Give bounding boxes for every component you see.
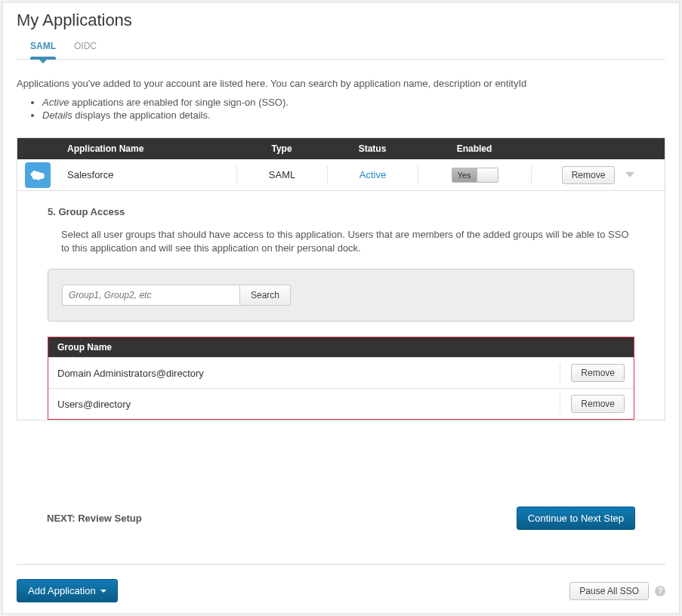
help-icon[interactable]: ? [655, 586, 665, 596]
remove-application-button[interactable]: Remove [562, 166, 616, 184]
chevron-down-icon [100, 590, 106, 593]
group-name: Users@directory [57, 399, 131, 410]
step-title: 5. Group Access [48, 206, 634, 217]
intro-text: Applications you've added to your accoun… [17, 78, 665, 89]
app-name: Salesforce [63, 169, 236, 180]
tab-saml[interactable]: SAML [30, 36, 56, 59]
page-title: My Applications [3, 3, 679, 36]
group-table: Group Name Domain Administrators@directo… [48, 337, 634, 420]
add-application-button[interactable]: Add Application [17, 579, 118, 602]
intro-bullet: Details displays the application details… [42, 109, 665, 121]
enabled-toggle[interactable]: Yes [452, 168, 498, 183]
remove-group-button[interactable]: Remove [571, 395, 625, 413]
step-group-access: 5. Group Access Select all user groups t… [17, 191, 665, 420]
application-row: Salesforce SAML Active Yes Remove [17, 159, 665, 191]
applications-header-row: Application Name Type Status Enabled [17, 138, 665, 159]
col-header-type: Type [236, 143, 327, 154]
expand-row-icon[interactable] [625, 172, 634, 177]
col-header-enabled: Enabled [418, 143, 531, 154]
group-row: Users@directory Remove [48, 388, 634, 419]
applications-panel: Application Name Type Status Enabled Sal… [17, 137, 665, 420]
intro-bullet: Active applications are enabled for sing… [42, 97, 665, 108]
col-header-name: Application Name [63, 143, 236, 154]
tabs: SAML OIDC [17, 36, 665, 60]
app-status-link[interactable]: Active [360, 169, 386, 180]
group-search-container: Search [48, 269, 634, 322]
step-description: Select all user groups that should have … [48, 228, 634, 269]
continue-button[interactable]: Continue to Next Step [517, 507, 635, 530]
group-table-header: Group Name [48, 337, 634, 357]
app-type: SAML [236, 166, 327, 184]
group-name: Domain Administrators@directory [57, 368, 204, 379]
page-footer: Add Application Pause All SSO ? [17, 579, 665, 602]
next-step-label: NEXT: Review Setup [47, 513, 142, 524]
col-header-status: Status [327, 143, 418, 154]
group-search-input[interactable] [62, 285, 239, 306]
group-search-button[interactable]: Search [239, 285, 291, 306]
intro: Applications you've added to your accoun… [3, 60, 679, 130]
salesforce-icon [25, 162, 51, 188]
remove-group-button[interactable]: Remove [571, 364, 625, 382]
group-row: Domain Administrators@directory Remove [48, 357, 634, 388]
tab-oidc[interactable]: OIDC [74, 36, 97, 59]
pause-all-sso-button[interactable]: Pause All SSO [569, 582, 649, 600]
step-footer: NEXT: Review Setup Continue to Next Step [17, 476, 665, 560]
